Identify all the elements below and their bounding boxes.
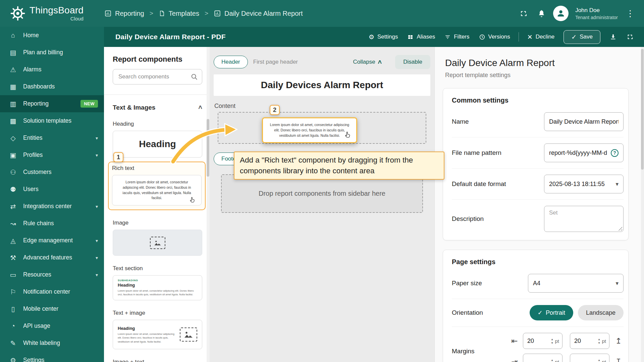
chevron-down-icon: ▾ xyxy=(615,280,619,287)
footer-drop-area[interactable]: Drop report components from sidebar here xyxy=(221,174,423,213)
paper-size-select[interactable]: A4 ▾ xyxy=(528,274,624,293)
search-components-field[interactable] xyxy=(113,69,202,84)
sidebar-item-home[interactable]: ⌂Home xyxy=(0,27,104,44)
sidebar-item-solution-templates[interactable]: ▩Solution templates xyxy=(0,112,104,129)
margin-right-input[interactable] xyxy=(574,338,586,345)
help-icon[interactable]: ? xyxy=(611,149,619,157)
stepper-arrows[interactable]: ▴▾ xyxy=(551,358,553,362)
report-header-block[interactable]: Daily Devices Alarm Report xyxy=(214,74,430,96)
margin-left-icon: ⇤ xyxy=(509,337,520,346)
orientation-row: Orientation ✓ Portrait Landscape xyxy=(452,299,624,326)
sidebar-item-advanced-features[interactable]: ⚒Advanced features▾ xyxy=(0,249,104,266)
collapse-button[interactable]: Collapse ˄ xyxy=(353,58,382,66)
sidebar-item-users[interactable]: ⚉Users xyxy=(0,181,104,198)
aliases-button[interactable]: Aliases xyxy=(403,31,439,43)
editor-toolbar: Daily Device Alarm Report - PDF ⚙Setting… xyxy=(104,27,644,47)
tutorial-callout: Add a "Rich text" component by dragging … xyxy=(234,152,444,180)
sidebar-item-reporting[interactable]: ▥ReportingNEW xyxy=(0,95,104,112)
decline-button[interactable]: ✕Decline xyxy=(523,30,559,44)
content-drop-area[interactable]: 2 Lorem ipsum dolor sit amet, consectetu… xyxy=(218,112,426,144)
stepper-arrows[interactable]: ▴▾ xyxy=(598,338,600,345)
brand-logo[interactable]: ThingsBoard Cloud xyxy=(10,6,84,21)
margin-left-input[interactable] xyxy=(527,338,539,345)
components-scrollbar-track[interactable] xyxy=(207,47,210,362)
landscape-option[interactable]: Landscape xyxy=(578,305,624,320)
sidebar-item-customers[interactable]: ⚇Customers xyxy=(0,164,104,181)
image-placeholder-icon xyxy=(180,327,197,342)
stepper-arrows[interactable]: ▴▾ xyxy=(598,358,600,362)
download-icon xyxy=(609,33,617,41)
settings-scrollbar-thumb[interactable] xyxy=(641,49,644,170)
default-date-format-label: Default date format xyxy=(452,180,506,188)
header-chip[interactable]: Header xyxy=(214,56,248,68)
chevron-down-icon: ▾ xyxy=(96,255,98,260)
name-field[interactable] xyxy=(544,112,624,131)
sidebar-item-rule-chains[interactable]: ↝Rule chains xyxy=(0,215,104,232)
dragged-rich-text-component[interactable]: 2 Lorem ipsum dolor sit amet, consectetu… xyxy=(262,117,357,143)
filters-button[interactable]: Filters xyxy=(440,31,474,43)
sidebar-item-settings[interactable]: ⚙Settings xyxy=(0,352,104,362)
report-editor-canvas: Header First page header Collapse ˄ Disa… xyxy=(210,47,434,362)
name-label: Name xyxy=(452,118,469,125)
sidebar-item-dashboards[interactable]: ▦Dashboards xyxy=(0,78,104,95)
component-heading-card[interactable]: Heading xyxy=(113,131,202,158)
body-text-preview: Lorem ipsum dolor sit amet, consectetur … xyxy=(118,332,175,344)
kebab-menu-icon[interactable]: ⋮ xyxy=(625,8,636,19)
description-textarea[interactable] xyxy=(549,209,619,228)
sidebar-item-plan-and-billing[interactable]: ▤Plan and billing xyxy=(0,44,104,61)
sidebar-item-resources[interactable]: ▭Resources▾ xyxy=(0,266,104,283)
chevron-down-icon: ▾ xyxy=(96,135,98,141)
settings-button[interactable]: ⚙Settings xyxy=(364,30,402,44)
margin-field[interactable]: ▴▾ pt xyxy=(523,354,562,362)
editor-fullscreen-button[interactable] xyxy=(622,30,638,44)
sidebar-item-alarms[interactable]: ⚠Alarms xyxy=(0,61,104,78)
stepper-arrows[interactable]: ▴▾ xyxy=(551,338,553,345)
portrait-option[interactable]: ✓ Portrait xyxy=(530,305,573,320)
breadcrumb-reporting[interactable]: Reporting xyxy=(104,10,144,17)
paper-size-label: Paper size xyxy=(452,280,482,287)
component-image-card[interactable] xyxy=(113,230,202,256)
margin-left-field[interactable]: ▴▾ pt xyxy=(523,333,562,349)
integrations-icon: ⇄ xyxy=(9,202,17,210)
margin-right-field[interactable]: ▴▾ pt xyxy=(570,333,609,349)
sidebar-item-entities[interactable]: ◇Entities▾ xyxy=(0,129,104,146)
margin-input[interactable] xyxy=(574,358,586,362)
component-text-image-card[interactable]: Heading Lorem ipsum dolor sit amet, cons… xyxy=(113,320,202,349)
margin-field[interactable]: ▴▾ pt xyxy=(570,354,609,362)
sidebar-item-edge-management[interactable]: ◬Edge management▾ xyxy=(0,232,104,249)
notifications-bell-icon[interactable] xyxy=(534,6,549,21)
chevron-down-icon: ▾ xyxy=(96,238,98,243)
margin-input[interactable] xyxy=(527,358,539,362)
common-settings-title: Common settings xyxy=(452,97,624,104)
first-page-header-toggle[interactable]: First page header xyxy=(253,59,298,65)
sidebar-item-white-labeling[interactable]: ✎White labeling xyxy=(0,335,104,352)
disable-button[interactable]: Disable xyxy=(395,55,430,69)
component-text-section-card[interactable]: SUBHEADING Heading Lorem ipsum dolor sit… xyxy=(113,275,202,300)
save-button[interactable]: ✓Save xyxy=(564,30,600,44)
resize-handle[interactable] xyxy=(618,227,622,231)
name-input[interactable] xyxy=(549,118,619,125)
sidebar-item-mobile-center[interactable]: ▯Mobile center xyxy=(0,300,104,317)
sidebar-item-profiles[interactable]: ▣Profiles▾ xyxy=(0,146,104,164)
versions-button[interactable]: Versions xyxy=(475,31,515,43)
solution-templates-icon: ▩ xyxy=(9,117,17,125)
file-name-pattern-field[interactable]: ? xyxy=(544,143,624,162)
user-avatar[interactable] xyxy=(553,6,569,21)
sidebar-item-integrations-center[interactable]: ⇄Integrations center▾ xyxy=(0,198,104,215)
brand-subtitle: Cloud xyxy=(70,16,84,21)
component-rich-text-card[interactable]: Lorem ipsum dolor sit amet, consectetur … xyxy=(112,175,202,205)
components-scrollbar-thumb[interactable] xyxy=(207,119,209,177)
default-date-format-select[interactable]: 2025-08-13 18:11:55 ▾ xyxy=(544,175,624,193)
chevron-down-icon: ▾ xyxy=(96,153,98,158)
generate-report-button[interactable] xyxy=(605,30,621,44)
section-text-and-images[interactable]: Text & Images ˄ xyxy=(113,104,202,111)
fullscreen-icon[interactable] xyxy=(516,6,531,21)
sidebar-item-api-usage[interactable]: ◔API usage xyxy=(0,317,104,335)
breadcrumb-current-report[interactable]: Daily Device Alarm Report xyxy=(214,10,303,17)
breadcrumb-templates[interactable]: Templates xyxy=(159,10,199,17)
description-field[interactable] xyxy=(544,206,624,232)
billing-icon: ▤ xyxy=(9,49,17,57)
search-input[interactable] xyxy=(118,73,191,80)
sidebar-item-notification-center[interactable]: ⚐Notification center xyxy=(0,283,104,300)
file-name-pattern-input[interactable] xyxy=(549,149,609,157)
